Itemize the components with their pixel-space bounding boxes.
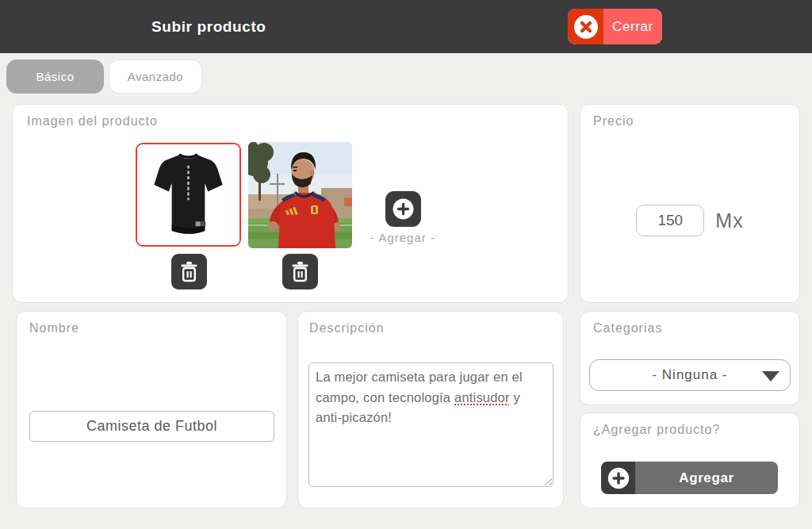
plus-circle-icon [601,462,635,494]
description-misspelled-word: antisudor [454,390,510,404]
tab-basico[interactable]: Básico [6,59,104,94]
add-image-button[interactable] [385,191,421,227]
trash-icon [180,261,198,282]
product-image-panel: Imagen del producto [12,104,569,303]
product-image-label: Imagen del producto [27,114,158,128]
upload-product-modal: Subir producto Cerrar Básico Avanzado Im… [0,0,812,529]
add-product-button[interactable]: Agregar [601,462,778,494]
add-image-label: - Agregar - [355,231,450,244]
close-button-label: Cerrar [603,9,662,44]
header-bar: Subir producto Cerrar [0,0,812,53]
black-tshirt-image [137,144,239,245]
currency-label: Mx [715,209,743,232]
categories-panel: Categorias - Ninguna - [580,311,800,405]
price-panel: Precio Mx [580,104,800,303]
submit-panel: ¿Agregar producto? Agregar [580,412,800,508]
product-image-black-tshirt[interactable] [136,143,241,247]
name-input[interactable] [29,411,274,442]
categories-dropdown[interactable]: - Ninguna - [589,359,791,391]
categories-selected-option: - Ninguna - [652,367,727,383]
chevron-down-icon [762,371,779,381]
page-title: Subir producto [151,18,266,36]
price-label: Precio [593,114,634,128]
tab-avanzado[interactable]: Avanzado [109,59,202,94]
name-label: Nombre [29,321,79,335]
description-label: Descripción [309,321,385,335]
add-product-button-label: Agregar [635,462,778,494]
submit-question-label: ¿Agregar producto? [593,423,720,437]
trash-icon [291,261,309,282]
plus-circle-icon [393,198,414,220]
delete-image-2-button[interactable] [282,254,318,289]
price-input[interactable] [636,205,704,236]
description-textarea[interactable]: La mejor camiseta para jugar en el campo… [308,362,553,487]
delete-image-1-button[interactable] [171,254,207,289]
categories-label: Categorias [593,321,662,335]
price-row: Mx [580,205,799,236]
description-panel: Descripción La mejor camiseta para jugar… [297,311,564,508]
name-panel: Nombre [16,311,287,508]
product-image-soccer-player[interactable] [248,142,352,248]
close-button[interactable]: Cerrar [568,9,662,44]
x-circle-icon [568,9,603,44]
soccer-player-image [248,142,352,248]
